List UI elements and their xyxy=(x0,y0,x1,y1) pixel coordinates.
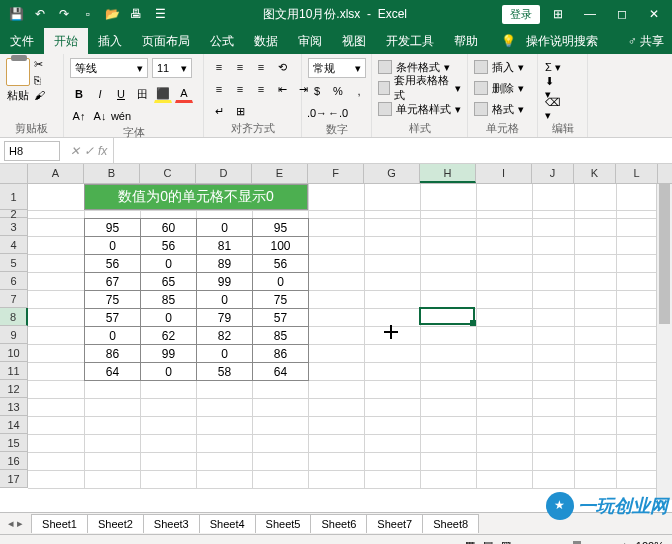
col-header-H[interactable]: H xyxy=(420,164,476,183)
cell[interactable]: 100 xyxy=(252,236,309,255)
bold-button[interactable]: B xyxy=(70,85,88,103)
row-header-17[interactable]: 17 xyxy=(0,470,28,488)
comma-icon[interactable]: , xyxy=(350,82,368,100)
cell[interactable]: 62 xyxy=(140,326,197,345)
format-painter-icon[interactable]: 🖌 xyxy=(34,89,45,101)
phonetic-icon[interactable]: wén xyxy=(112,107,130,125)
copy-icon[interactable]: ⎘ xyxy=(34,74,45,86)
cell[interactable]: 57 xyxy=(84,308,141,327)
cell[interactable]: 82 xyxy=(196,326,253,345)
autosum-icon[interactable]: Σ ▾ xyxy=(544,58,562,76)
cell[interactable]: 56 xyxy=(84,254,141,273)
row-header-13[interactable]: 13 xyxy=(0,398,28,416)
undo-icon[interactable]: ↶ xyxy=(32,6,48,22)
redo-icon[interactable]: ↷ xyxy=(56,6,72,22)
zoom-level[interactable]: 100% xyxy=(636,540,664,545)
number-format-combo[interactable]: 常规▾ xyxy=(308,58,366,78)
share-button[interactable]: ♂ 共享 xyxy=(628,33,664,50)
cell[interactable]: 86 xyxy=(252,344,309,363)
increase-font-icon[interactable]: A↑ xyxy=(70,107,88,125)
cell[interactable]: 75 xyxy=(84,290,141,309)
cell[interactable]: 57 xyxy=(252,308,309,327)
insert-cells-button[interactable]: 插入 ▾ xyxy=(474,58,524,76)
cell[interactable]: 0 xyxy=(140,254,197,273)
font-color-button[interactable]: A xyxy=(175,85,193,103)
sheet-tab-sheet5[interactable]: Sheet5 xyxy=(255,514,312,533)
cell[interactable]: 79 xyxy=(196,308,253,327)
zoom-in-icon[interactable]: + xyxy=(621,540,627,545)
cell[interactable]: 85 xyxy=(252,326,309,345)
row-header-15[interactable]: 15 xyxy=(0,434,28,452)
maximize-icon[interactable]: ◻ xyxy=(608,7,636,21)
col-header-J[interactable]: J xyxy=(532,164,574,183)
minimize-icon[interactable]: — xyxy=(576,7,604,21)
col-header-L[interactable]: L xyxy=(616,164,658,183)
cell[interactable]: 0 xyxy=(140,308,197,327)
row-header-6[interactable]: 6 xyxy=(0,272,28,290)
row-header-5[interactable]: 5 xyxy=(0,254,28,272)
row-header-3[interactable]: 3 xyxy=(0,218,28,236)
col-header-A[interactable]: A xyxy=(28,164,84,183)
ribbon-options-icon[interactable]: ⊞ xyxy=(544,7,572,21)
col-header-G[interactable]: G xyxy=(364,164,420,183)
cell[interactable]: 60 xyxy=(140,218,197,237)
cell[interactable]: 0 xyxy=(252,272,309,291)
tab-data[interactable]: 数据 xyxy=(244,28,288,54)
cell[interactable]: 0 xyxy=(196,344,253,363)
active-cell[interactable] xyxy=(419,307,475,325)
align-middle-icon[interactable]: ≡ xyxy=(231,58,249,76)
cell[interactable]: 85 xyxy=(140,290,197,309)
tab-view[interactable]: 视图 xyxy=(332,28,376,54)
cell[interactable]: 99 xyxy=(140,344,197,363)
cell[interactable]: 64 xyxy=(84,362,141,381)
clear-icon[interactable]: ⌫ ▾ xyxy=(544,100,562,118)
close-icon[interactable]: ✕ xyxy=(640,7,668,21)
format-as-table-button[interactable]: 套用表格格式 ▾ xyxy=(378,79,461,97)
orientation-icon[interactable]: ⟲ xyxy=(273,58,291,76)
login-button[interactable]: 登录 xyxy=(502,5,540,24)
delete-cells-button[interactable]: 删除 ▾ xyxy=(474,79,524,97)
col-header-E[interactable]: E xyxy=(252,164,308,183)
sheet-tab-sheet3[interactable]: Sheet3 xyxy=(143,514,200,533)
tab-layout[interactable]: 页面布局 xyxy=(132,28,200,54)
view-normal-icon[interactable]: ▦ xyxy=(465,539,475,544)
align-center-icon[interactable]: ≡ xyxy=(231,80,249,98)
border-button[interactable]: 田 xyxy=(133,85,151,103)
cell[interactable]: 0 xyxy=(196,290,253,309)
col-header-K[interactable]: K xyxy=(574,164,616,183)
cell[interactable]: 81 xyxy=(196,236,253,255)
col-header-C[interactable]: C xyxy=(140,164,196,183)
align-bottom-icon[interactable]: ≡ xyxy=(252,58,270,76)
enter-icon[interactable]: ✓ xyxy=(84,144,94,158)
sheet-tab-sheet6[interactable]: Sheet6 xyxy=(310,514,367,533)
fill-color-button[interactable]: ⬛ xyxy=(154,85,172,103)
row-header-12[interactable]: 12 xyxy=(0,380,28,398)
touch-icon[interactable]: ☰ xyxy=(152,6,168,22)
row-header-7[interactable]: 7 xyxy=(0,290,28,308)
cell[interactable]: 65 xyxy=(140,272,197,291)
tab-formulas[interactable]: 公式 xyxy=(200,28,244,54)
tab-help[interactable]: 帮助 xyxy=(444,28,488,54)
tab-insert[interactable]: 插入 xyxy=(88,28,132,54)
select-all-corner[interactable] xyxy=(0,164,28,183)
align-left-icon[interactable]: ≡ xyxy=(210,80,228,98)
align-right-icon[interactable]: ≡ xyxy=(252,80,270,98)
accounting-icon[interactable]: $ xyxy=(308,82,326,100)
cell-styles-button[interactable]: 单元格样式 ▾ xyxy=(378,100,461,118)
tab-file[interactable]: 文件 xyxy=(0,28,44,54)
row-header-14[interactable]: 14 xyxy=(0,416,28,434)
spreadsheet-grid[interactable]: ABCDEFGHIJKL 1234567891011121314151617 数… xyxy=(0,164,672,512)
font-name-combo[interactable]: 等线▾ xyxy=(70,58,148,78)
fill-icon[interactable]: ⬇ ▾ xyxy=(544,79,562,97)
cell[interactable]: 86 xyxy=(84,344,141,363)
format-cells-button[interactable]: 格式 ▾ xyxy=(474,100,524,118)
cell[interactable]: 0 xyxy=(84,326,141,345)
tab-home[interactable]: 开始 xyxy=(44,28,88,54)
cell[interactable]: 95 xyxy=(252,218,309,237)
percent-icon[interactable]: % xyxy=(329,82,347,100)
vertical-scrollbar[interactable] xyxy=(656,184,672,500)
indent-left-icon[interactable]: ⇤ xyxy=(273,80,291,98)
align-top-icon[interactable]: ≡ xyxy=(210,58,228,76)
italic-button[interactable]: I xyxy=(91,85,109,103)
cell[interactable]: 95 xyxy=(84,218,141,237)
